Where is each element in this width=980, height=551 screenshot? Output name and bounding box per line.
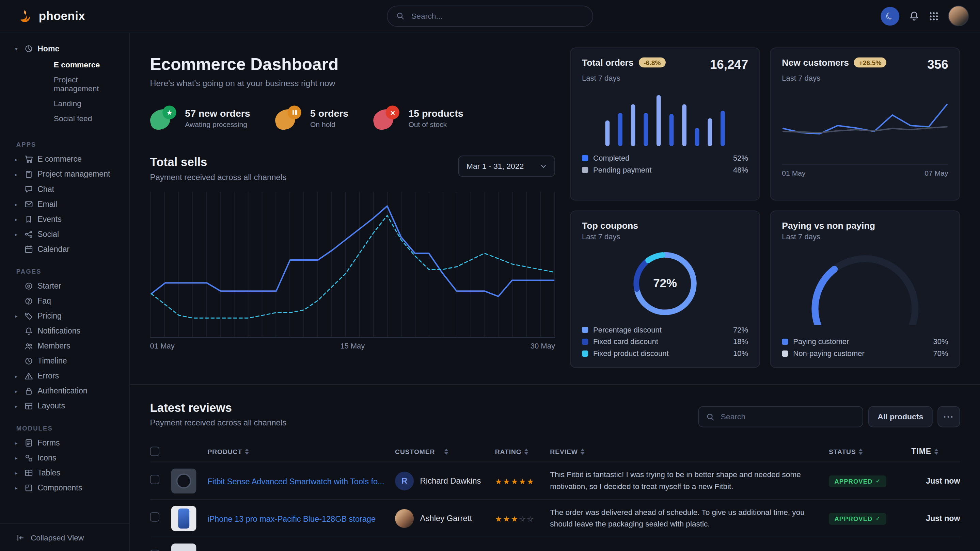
mail-icon [24,200,33,209]
product-image [171,506,196,530]
app-root: phoenix ☾ ▾ HomeE commerceProject man [0,0,980,551]
column-header-rating[interactable]: RATING [495,448,550,455]
sidebar-item-pricing[interactable]: ▸ Pricing [0,309,129,324]
sidebar-item-landing[interactable]: Landing [0,96,129,111]
card-period: Last 7 days [582,232,748,241]
reviews-controls: All products ··· [698,406,960,427]
table-body: Fitbit Sense Advanced Smartwatch with To… [150,462,960,551]
row-checkbox[interactable] [150,512,160,522]
brand[interactable]: phoenix [18,8,85,24]
notifications-button[interactable] [909,11,920,21]
legend-item: Paying customer 30% [782,335,948,348]
legend-item: Fixed product discount 10% [582,348,748,359]
sidebar-item-members[interactable]: Members [0,339,129,354]
sort-icon[interactable] [245,448,249,454]
apps-grid-button[interactable] [929,11,939,21]
sidebar-item-project-management[interactable]: ▸ Project management [0,167,129,182]
sidebar-item-project-management[interactable]: Project management [0,73,129,96]
select-all-checkbox[interactable] [150,446,160,456]
page-subtitle: Here's what's going on at your business … [150,79,555,88]
column-header-product[interactable]: PRODUCT [207,448,395,455]
date-range-select[interactable]: Mar 1 - 31, 2022 [458,156,555,177]
row-checkbox[interactable] [150,475,160,484]
sidebar-item-events[interactable]: ▸ Events [0,212,129,227]
sort-icon[interactable] [859,448,863,454]
product-link[interactable]: Fitbit Sense Advanced Smartwatch with To… [207,476,384,486]
dashboard-top: Ecommerce Dashboard Here's what's going … [130,32,980,384]
column-header-customer[interactable]: CUSTOMER [395,448,495,455]
sidebar-item-forms[interactable]: ▸ Forms [0,435,129,450]
collapse-icon [16,533,25,542]
x-stat-icon: × [374,105,401,130]
card-top-coupons: Top coupons Last 7 days 72% Percentage d… [570,211,760,368]
sidebar-item-notifications[interactable]: Notifications [0,324,129,339]
legend-value: 30% [933,337,948,346]
sidebar-item-faq[interactable]: Faq [0,294,129,309]
product-link[interactable]: iPhone 13 pro max-Pacific Blue-128GB sto… [207,514,375,524]
column-header-time[interactable]: TIME [911,447,960,456]
sidebar-item-timeline[interactable]: Timeline [0,354,129,368]
table-row: iPhone 13 pro max-Pacific Blue-128GB sto… [150,500,960,537]
sort-icon[interactable] [581,448,585,454]
legend-swatch [582,338,588,345]
legend-item: Completed 52% [582,152,748,164]
sidebar-item-calendar[interactable]: Calendar [0,241,129,257]
table-row-partial [150,537,960,551]
navbar: phoenix ☾ [0,0,980,32]
sidebar-item-email[interactable]: ▸ Email [0,197,129,212]
sidebar-section-pages: PAGES [16,268,129,275]
sidebar-item-e-commerce[interactable]: ▸ E commerce [0,152,129,167]
sidebar-item-starter[interactable]: Starter [0,279,129,294]
bell-icon [24,327,33,335]
all-products-button[interactable]: All products [868,406,933,427]
reviews-search[interactable] [698,406,863,427]
total-sells-subtitle: Payment received across all channels [150,173,287,182]
reviews-search-input[interactable] [719,412,855,422]
sort-icon[interactable] [525,448,528,454]
aperture-icon [24,282,33,291]
sidebar-item-icons[interactable]: ▸ Icons [0,450,129,465]
sidebar-item-label: Icons [37,454,56,462]
sidebar-item-label: Home [37,44,59,53]
sidebar-item-tables[interactable]: ▸ Tables [0,465,129,481]
sort-icon[interactable] [934,448,938,454]
table-icon [24,468,33,478]
users-icon [24,342,33,351]
sidebar-item-authentication[interactable]: ▸ Authentication [0,384,129,399]
grid-icon [929,11,939,21]
sidebar-item-errors[interactable]: ▸ Errors [0,368,129,384]
product-image [171,543,196,551]
legend-value: 70% [933,349,948,358]
clock-icon [24,357,33,365]
navbar-search-input[interactable] [410,11,584,21]
caret-right-icon: ▸ [15,485,21,491]
sidebar-item-label: Events [37,215,62,224]
sidebar-item-label: Authentication [37,387,88,395]
sidebar-item-home[interactable]: ▾ Home [0,41,129,56]
legend-value: 18% [733,337,748,346]
total-orders-value: 16,247 [710,57,748,72]
stat-15-products: × 15 products Out of stock [374,105,463,130]
dashboard-cards: Total orders -6.8% 16,247 Last 7 days Co… [570,48,960,368]
table-row: Fitbit Sense Advanced Smartwatch with To… [150,462,960,500]
legend-item: Pending payment 48% [582,164,748,176]
navbar-search[interactable] [387,5,593,27]
column-header-status[interactable]: STATUS [829,448,911,455]
more-options-button[interactable]: ··· [937,406,960,427]
sidebar-item-e-commerce[interactable]: E commerce [0,57,129,73]
legend-label: Paying customer [793,337,928,346]
sidebar-item-chat[interactable]: Chat [0,182,129,197]
row-checkbox[interactable] [150,549,160,551]
sidebar-item-layouts[interactable]: ▸ Layouts [0,399,129,413]
column-header-review[interactable]: REVIEW [550,448,829,455]
collapsed-view-toggle[interactable]: Collapsed View [0,524,129,551]
theme-toggle-button[interactable]: ☾ [881,6,899,25]
user-avatar[interactable] [948,6,969,27]
caret-right-icon: ▸ [15,157,21,162]
sidebar-item-social[interactable]: ▸ Social [0,227,129,241]
sidebar-item-components[interactable]: ▸ Components [0,481,129,495]
sidebar-section-modules: MODULES [16,425,129,432]
sidebar-item-social-feed[interactable]: Social feed [0,111,129,126]
paying-gauge-chart [800,251,931,325]
sort-icon[interactable] [444,448,448,454]
